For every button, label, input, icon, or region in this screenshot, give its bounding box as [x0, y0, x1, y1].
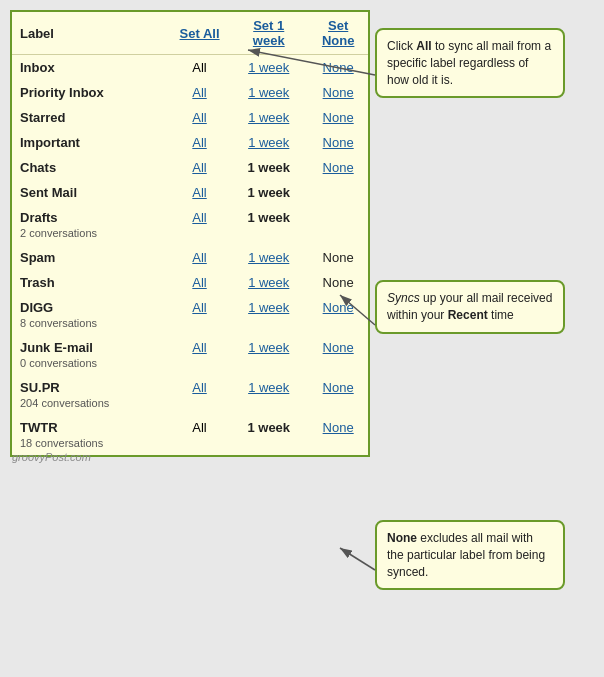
set-week-value-digg[interactable]: 1 week: [248, 300, 289, 315]
set-all-value-chats[interactable]: All: [192, 160, 206, 175]
set-week-value-spam[interactable]: 1 week: [248, 250, 289, 265]
set-none-value-important[interactable]: None: [323, 135, 354, 150]
set-all-cell-important[interactable]: All: [170, 130, 229, 155]
set-all-cell-inbox: All: [170, 55, 229, 81]
set-none-value-chats[interactable]: None: [323, 160, 354, 175]
table-row: InboxAll1 weekNone: [12, 55, 368, 81]
set-all-value-junk-email[interactable]: All: [192, 340, 206, 355]
set-none-value-junk-email[interactable]: None: [323, 340, 354, 355]
set-week-cell-chats: 1 week: [229, 155, 308, 180]
label-name-sent-mail: Sent Mail: [20, 185, 77, 200]
col-header-set-none[interactable]: Set None: [308, 12, 368, 55]
table-row: Junk E-mail0 conversationsAll1 weekNone: [12, 335, 368, 375]
set-none-value-twtr[interactable]: None: [323, 420, 354, 435]
set-week-value-important[interactable]: 1 week: [248, 135, 289, 150]
label-sub-supr: 204 conversations: [20, 397, 109, 409]
set-week-value-chats: 1 week: [247, 160, 290, 175]
set-all-cell-junk-email[interactable]: All: [170, 335, 229, 375]
label-cell-important: Important: [12, 130, 170, 155]
watermark: groovyPost.com: [12, 451, 91, 463]
set-none-cell-important[interactable]: None: [308, 130, 368, 155]
set-week-value-inbox[interactable]: 1 week: [248, 60, 289, 75]
label-sub-digg: 8 conversations: [20, 317, 97, 329]
sync-table-container: Label Set All Set 1 week Set None InboxA…: [10, 10, 370, 457]
set-week-value-twtr: 1 week: [247, 420, 290, 435]
set-none-cell-inbox[interactable]: None: [308, 55, 368, 81]
set-week-cell-digg[interactable]: 1 week: [229, 295, 308, 335]
set-none-value-priority-inbox[interactable]: None: [323, 85, 354, 100]
set-none-cell-chats[interactable]: None: [308, 155, 368, 180]
set-all-value-priority-inbox[interactable]: All: [192, 85, 206, 100]
sync-table: Label Set All Set 1 week Set None InboxA…: [12, 12, 368, 455]
label-cell-trash: Trash: [12, 270, 170, 295]
set-all-cell-priority-inbox[interactable]: All: [170, 80, 229, 105]
set-week-cell-important[interactable]: 1 week: [229, 130, 308, 155]
set-week-cell-supr[interactable]: 1 week: [229, 375, 308, 415]
set-all-value-sent-mail[interactable]: All: [192, 185, 206, 200]
callout2-italic: Syncs: [387, 291, 420, 305]
callout3-bold: None: [387, 531, 417, 545]
table-row: StarredAll1 weekNone: [12, 105, 368, 130]
set-all-value-digg[interactable]: All: [192, 300, 206, 315]
callout2-bold: Recent: [448, 308, 488, 322]
set-all-value-important[interactable]: All: [192, 135, 206, 150]
col-header-label: Label: [12, 12, 170, 55]
label-cell-supr: SU.PR204 conversations: [12, 375, 170, 415]
set-week-value-supr[interactable]: 1 week: [248, 380, 289, 395]
set-week-cell-junk-email[interactable]: 1 week: [229, 335, 308, 375]
set-none-cell-priority-inbox[interactable]: None: [308, 80, 368, 105]
set-all-value-spam[interactable]: All: [192, 250, 206, 265]
set-none-value-inbox[interactable]: None: [323, 60, 354, 75]
set-week-value-starred[interactable]: 1 week: [248, 110, 289, 125]
set-all-cell-starred[interactable]: All: [170, 105, 229, 130]
label-sub-junk-email: 0 conversations: [20, 357, 97, 369]
set-week-cell-twtr: 1 week: [229, 415, 308, 455]
set-none-cell-digg[interactable]: None: [308, 295, 368, 335]
set-none-value-digg[interactable]: None: [323, 300, 354, 315]
label-name-starred: Starred: [20, 110, 66, 125]
set-none-value-supr[interactable]: None: [323, 380, 354, 395]
set-all-value-trash[interactable]: All: [192, 275, 206, 290]
set-all-value-starred[interactable]: All: [192, 110, 206, 125]
label-name-junk-email: Junk E-mail: [20, 340, 93, 355]
set-none-cell-twtr[interactable]: None: [308, 415, 368, 455]
set-none-cell-starred[interactable]: None: [308, 105, 368, 130]
col-header-set-week[interactable]: Set 1 week: [229, 12, 308, 55]
table-row: TWTR18 conversationsAll1 weekNone: [12, 415, 368, 455]
set-week-cell-starred[interactable]: 1 week: [229, 105, 308, 130]
label-cell-sent-mail: Sent Mail: [12, 180, 170, 205]
set-none-cell-junk-email[interactable]: None: [308, 335, 368, 375]
table-row: Sent MailAll1 week: [12, 180, 368, 205]
callout1-text1: Click: [387, 39, 416, 53]
set-all-cell-drafts[interactable]: All: [170, 205, 229, 245]
set-week-cell-inbox[interactable]: 1 week: [229, 55, 308, 81]
col-header-set-all[interactable]: Set All: [170, 12, 229, 55]
set-all-cell-chats[interactable]: All: [170, 155, 229, 180]
label-sub-drafts: 2 conversations: [20, 227, 97, 239]
label-name-important: Important: [20, 135, 80, 150]
set-all-cell-sent-mail[interactable]: All: [170, 180, 229, 205]
label-name-spam: Spam: [20, 250, 55, 265]
table-row: Priority InboxAll1 weekNone: [12, 80, 368, 105]
set-all-cell-trash[interactable]: All: [170, 270, 229, 295]
set-week-value-priority-inbox[interactable]: 1 week: [248, 85, 289, 100]
set-none-value-starred[interactable]: None: [323, 110, 354, 125]
table-row: ChatsAll1 weekNone: [12, 155, 368, 180]
set-all-value-drafts[interactable]: All: [192, 210, 206, 225]
set-all-cell-digg[interactable]: All: [170, 295, 229, 335]
table-row: ImportantAll1 weekNone: [12, 130, 368, 155]
set-none-cell-sent-mail: [308, 180, 368, 205]
set-week-cell-priority-inbox[interactable]: 1 week: [229, 80, 308, 105]
set-none-cell-supr[interactable]: None: [308, 375, 368, 415]
callout-syncs: Syncs up your all mail received within y…: [375, 280, 565, 334]
set-all-cell-supr[interactable]: All: [170, 375, 229, 415]
set-week-cell-spam[interactable]: 1 week: [229, 245, 308, 270]
callout1-bold: All: [416, 39, 431, 53]
set-all-value-supr[interactable]: All: [192, 380, 206, 395]
set-all-cell-spam[interactable]: All: [170, 245, 229, 270]
set-week-value-junk-email[interactable]: 1 week: [248, 340, 289, 355]
set-week-value-trash[interactable]: 1 week: [248, 275, 289, 290]
set-week-cell-drafts: 1 week: [229, 205, 308, 245]
label-cell-drafts: Drafts2 conversations: [12, 205, 170, 245]
set-week-cell-trash[interactable]: 1 week: [229, 270, 308, 295]
